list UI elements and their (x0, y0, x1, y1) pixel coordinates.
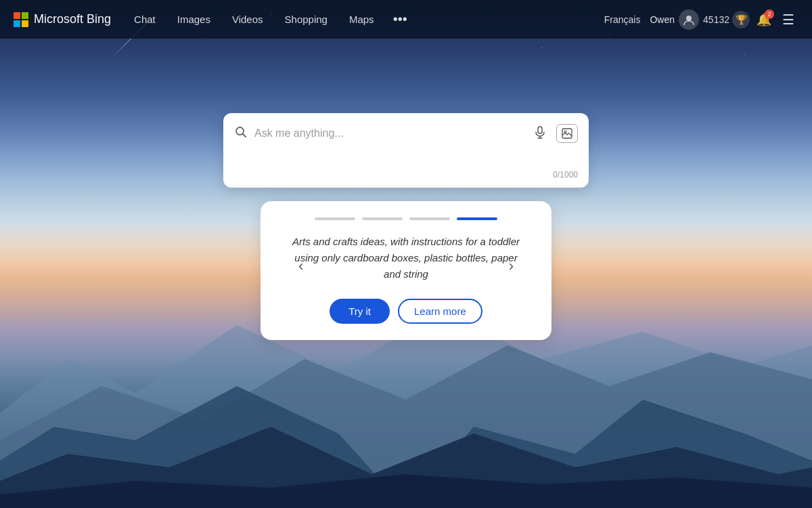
progress-dot-2 (362, 217, 403, 220)
progress-dot-3 (409, 217, 450, 220)
hamburger-menu[interactable]: ☰ (778, 12, 798, 28)
notifications-button[interactable]: 🔔 2 (754, 9, 774, 30)
suggestion-body: ‹ Arts and crafts ideas, with instructio… (288, 234, 524, 299)
ms-logo-icon (14, 12, 28, 27)
nav-shopping[interactable]: Shopping (275, 0, 337, 39)
progress-dots (315, 217, 497, 220)
svg-rect-16 (562, 129, 572, 138)
trophy-icon: 🏆 (732, 11, 750, 28)
search-input[interactable] (254, 127, 524, 140)
progress-dot-1 (315, 217, 355, 220)
suggestion-card: ‹ Arts and crafts ideas, with instructio… (261, 201, 551, 340)
progress-dot-4 (457, 217, 497, 220)
svg-point-10 (686, 16, 692, 21)
user-avatar (679, 9, 699, 30)
svg-rect-7 (22, 12, 28, 19)
nav-videos[interactable]: Videos (223, 0, 273, 39)
svg-rect-8 (14, 20, 20, 27)
nav-more-button[interactable]: ••• (386, 0, 414, 39)
prev-suggestion-button[interactable]: ‹ (294, 253, 307, 279)
notification-badge: 2 (765, 9, 774, 19)
search-icon (234, 125, 248, 142)
user-name: Owen (650, 14, 675, 25)
learn-more-button[interactable]: Learn more (398, 299, 482, 324)
svg-rect-13 (538, 127, 542, 133)
navbar: Microsoft Bing Chat Images Videos Shoppi… (0, 0, 812, 39)
svg-point-17 (564, 131, 566, 133)
search-input-row (234, 124, 578, 143)
svg-line-12 (243, 133, 246, 137)
logo-text: Microsoft Bing (34, 12, 111, 26)
try-it-button[interactable]: Try it (330, 299, 390, 324)
card-buttons: Try it Learn more (330, 299, 482, 324)
svg-rect-9 (22, 20, 28, 27)
character-counter: 0/1000 (234, 170, 578, 179)
points-value: 45132 (703, 14, 729, 25)
language-button[interactable]: Français (599, 12, 646, 28)
voice-search-button[interactable] (531, 125, 549, 142)
nav-images[interactable]: Images (168, 0, 220, 39)
next-suggestion-button[interactable]: › (505, 253, 518, 279)
search-box: 0/1000 (223, 113, 589, 188)
nav-chat[interactable]: Chat (125, 0, 165, 39)
image-search-button[interactable] (556, 124, 578, 143)
points-area[interactable]: 45132 🏆 (703, 11, 750, 28)
main-content: 0/1000 ‹ Arts and crafts ideas, with ins… (0, 39, 812, 340)
nav-right-area: Français Owen 45132 🏆 🔔 2 ☰ (599, 9, 798, 30)
svg-rect-6 (14, 12, 20, 19)
suggestion-text: Arts and crafts ideas, with instructions… (288, 234, 524, 282)
nav-maps[interactable]: Maps (340, 0, 384, 39)
logo[interactable]: Microsoft Bing (14, 12, 111, 27)
user-menu[interactable]: Owen (650, 9, 699, 30)
